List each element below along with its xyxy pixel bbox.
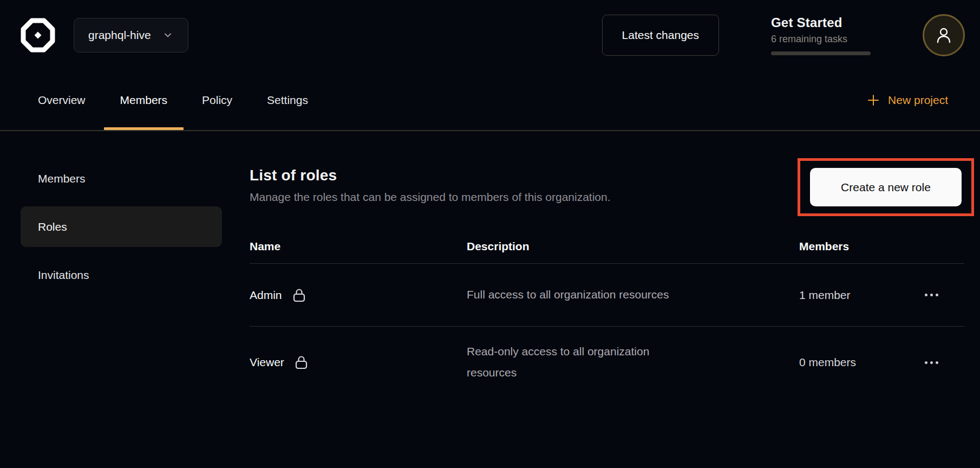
role-description: Full access to all organization resource…: [467, 284, 701, 306]
hive-logo-icon: [21, 18, 55, 53]
table-row-admin: Admin Full access to all organization re…: [250, 264, 964, 327]
create-new-role-button[interactable]: Create a new role: [810, 168, 962, 206]
column-header-description: Description: [467, 240, 799, 253]
new-project-link[interactable]: New project: [866, 93, 948, 107]
page-subtitle: Manage the roles that can be assigned to…: [250, 191, 611, 204]
role-members-count: 1 member: [799, 289, 924, 302]
role-actions-cell: [924, 288, 964, 302]
sidebar-item-members[interactable]: Members: [21, 158, 222, 199]
get-started-title: Get Started: [771, 15, 871, 30]
roles-table: Name Description Members Admin Full acce…: [250, 229, 964, 398]
roles-titles: List of roles Manage the roles that can …: [250, 167, 611, 204]
members-sidebar: Members Roles Invitations: [0, 131, 222, 468]
sidebar-item-invitations[interactable]: Invitations: [21, 255, 222, 295]
get-started-remaining-tasks: 6 remaining tasks: [771, 34, 871, 45]
chevron-down-icon: [162, 29, 174, 41]
lock-icon: [292, 288, 306, 303]
sidebar-item-roles[interactable]: Roles: [21, 206, 222, 247]
user-avatar[interactable]: [923, 14, 965, 56]
get-started-widget[interactable]: Get Started 6 remaining tasks: [771, 15, 871, 55]
row-actions-ellipsis-button[interactable]: [924, 288, 939, 302]
sidebar-item-roles-label: Roles: [38, 220, 67, 233]
organization-name: graphql-hive: [88, 29, 151, 42]
page-title: List of roles: [250, 167, 611, 184]
organization-selector[interactable]: graphql-hive: [74, 18, 188, 53]
role-name-cell: Viewer: [250, 355, 467, 370]
role-name-cell: Admin: [250, 288, 467, 303]
roles-panel: List of roles Manage the roles that can …: [222, 131, 980, 468]
members-page: Members Roles Invitations List of roles …: [0, 131, 980, 468]
tab-settings[interactable]: Settings: [251, 70, 324, 130]
new-project-label: New project: [888, 94, 948, 107]
tab-settings-label: Settings: [267, 94, 308, 107]
role-name: Viewer: [250, 356, 284, 369]
sidebar-item-invitations-label: Invitations: [38, 269, 89, 282]
get-started-progress: [771, 51, 871, 55]
latest-changes-label: Latest changes: [622, 29, 699, 42]
row-actions-ellipsis-button[interactable]: [924, 356, 939, 369]
org-tab-bar: Overview Members Policy Settings New pro…: [0, 70, 980, 131]
lock-icon: [294, 355, 309, 370]
role-name: Admin: [250, 289, 282, 302]
column-header-members: Members: [799, 240, 924, 253]
sidebar-item-members-label: Members: [38, 172, 86, 185]
tab-members[interactable]: Members: [104, 70, 184, 130]
column-header-name: Name: [250, 240, 467, 253]
top-bar: graphql-hive Latest changes Get Started …: [0, 0, 980, 70]
latest-changes-button[interactable]: Latest changes: [602, 15, 719, 56]
plus-icon: [866, 93, 880, 107]
role-actions-cell: [924, 356, 964, 369]
annotation-box: Create a new role: [798, 158, 974, 216]
role-members-count: 0 members: [799, 356, 924, 369]
tab-overview-label: Overview: [38, 94, 86, 107]
table-row-viewer: Viewer Read-only access to all organizat…: [250, 327, 964, 398]
person-icon: [933, 25, 954, 46]
roles-panel-header: List of roles Manage the roles that can …: [250, 158, 964, 216]
roles-table-header: Name Description Members: [250, 229, 964, 264]
tabbar-spacer: [326, 70, 866, 130]
tab-members-label: Members: [120, 94, 168, 107]
role-description: Read-only access to all organization res…: [467, 341, 701, 384]
tab-policy[interactable]: Policy: [186, 70, 249, 130]
tab-overview[interactable]: Overview: [22, 70, 102, 130]
tab-policy-label: Policy: [202, 94, 232, 107]
